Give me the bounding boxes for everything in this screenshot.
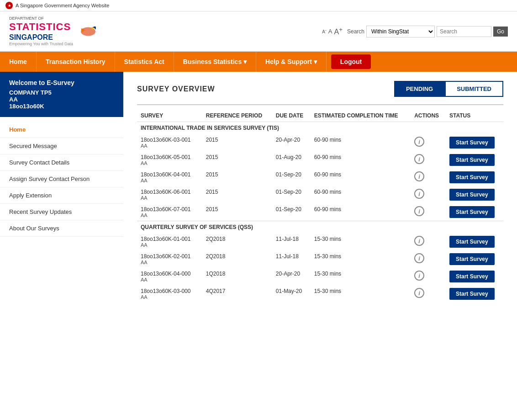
- main-content: SURVEY OVERVIEW PENDING SUBMITTED SURVEY…: [123, 72, 517, 420]
- ref-number: 18oo13o60K-03-000: [141, 288, 199, 294]
- info-icon[interactable]: i: [414, 189, 424, 199]
- logo-area: DEPARTMENT OF STATISTICS SINGAPORE Empow…: [9, 16, 100, 47]
- survey-ref-cell: 18oo13o60K-03-001 AA: [137, 134, 202, 151]
- lion-icon: ★: [5, 2, 13, 9]
- sidebar-item-apply-extension[interactable]: Apply Extension: [0, 187, 123, 204]
- status-cell: Start Survey: [446, 250, 503, 268]
- font-large-btn[interactable]: A+: [334, 26, 342, 36]
- table-row: 18oo13o60K-06-001 AA 2015 01-Sep-20 60-9…: [137, 186, 503, 203]
- survey-overview-title: SURVEY OVERVIEW: [137, 85, 215, 93]
- logo-statistics: STATISTICS: [9, 21, 73, 33]
- info-icon[interactable]: i: [414, 206, 424, 216]
- ref-number: 18oo13o60K-05-001: [141, 154, 199, 160]
- main-nav: Home Transaction History Statistics Act …: [0, 52, 517, 72]
- start-survey-button[interactable]: Start Survey: [449, 189, 495, 201]
- status-cell: Start Survey: [446, 134, 503, 151]
- due-date-cell: 01-Sep-20: [272, 169, 311, 186]
- nav-item-home[interactable]: Home: [0, 52, 37, 72]
- sidebar-link-home[interactable]: Home: [9, 126, 26, 133]
- actions-cell: i: [411, 134, 446, 151]
- font-mid-btn[interactable]: A: [328, 28, 332, 35]
- col-actions: ACTIONS: [411, 110, 446, 122]
- header: DEPARTMENT OF STATISTICS SINGAPORE Empow…: [0, 11, 517, 52]
- status-cell: Start Survey: [446, 151, 503, 169]
- tab-buttons: PENDING SUBMITTED: [394, 81, 503, 97]
- sidebar-item-survey-contact-details[interactable]: Survey Contact Details: [0, 154, 123, 171]
- sidebar-item-recent-survey-updates[interactable]: Recent Survey Updates: [0, 204, 123, 220]
- sidebar-item-about-surveys[interactable]: About Our Surveys: [0, 220, 123, 237]
- start-survey-button[interactable]: Start Survey: [449, 288, 495, 300]
- search-input[interactable]: [437, 26, 491, 37]
- period-cell: 4Q2017: [202, 285, 272, 303]
- due-date-cell: 01-Aug-20: [272, 151, 311, 169]
- info-icon[interactable]: i: [414, 253, 424, 263]
- start-survey-button[interactable]: Start Survey: [449, 154, 495, 166]
- completion-cell: 60-90 mins: [311, 151, 411, 169]
- due-date-cell: 20-Apr-20: [272, 134, 311, 151]
- sidebar-item-assign-survey-contact[interactable]: Assign Survey Contact Person: [0, 171, 123, 187]
- start-survey-button[interactable]: Start Survey: [449, 271, 495, 282]
- col-due-date: DUE DATE: [272, 110, 311, 122]
- start-survey-button[interactable]: Start Survey: [449, 137, 495, 149]
- header-right: A- A A+ Search Within SingStat All Go: [322, 26, 508, 37]
- due-date-cell: 11-Jul-18: [272, 250, 311, 268]
- logo-tagline: Empowering You with Trusted Data: [9, 42, 73, 47]
- info-icon[interactable]: i: [414, 288, 424, 298]
- info-icon[interactable]: i: [414, 154, 424, 164]
- ref-number: 18oo13o60K-04-000: [141, 271, 199, 277]
- status-cell: Start Survey: [446, 285, 503, 303]
- table-divider: [137, 104, 503, 105]
- table-row: 18oo13o60K-05-001 AA 2015 01-Aug-20 60-9…: [137, 151, 503, 169]
- completion-cell: 60-90 mins: [311, 203, 411, 221]
- search-area: Search Within SingStat All Go: [347, 26, 508, 37]
- sidebar-item-home[interactable]: Home: [0, 122, 123, 138]
- survey-ref-cell: 18oo13o60K-04-001 AA: [137, 169, 202, 186]
- actions-cell: i: [411, 268, 446, 285]
- font-size-controls: A- A A+: [322, 26, 343, 36]
- ref-sub: AA: [141, 260, 199, 265]
- logo-singapore: SINGAPORE: [9, 33, 73, 42]
- ref-sub: AA: [141, 242, 199, 248]
- search-label: Search: [347, 28, 364, 35]
- due-date-cell: 01-May-20: [272, 285, 311, 303]
- col-reference-period: REFERENCE PERIOD: [202, 110, 272, 122]
- start-survey-button[interactable]: Start Survey: [449, 236, 495, 248]
- survey-ref-cell: 18oo13o60K-06-001 AA: [137, 186, 202, 203]
- section-title-0: INTERNATIONAL TRADE IN SERVICES SURVEY (…: [137, 122, 503, 134]
- info-icon[interactable]: i: [414, 236, 424, 246]
- ref-sub: AA: [141, 160, 199, 166]
- table-row: 18oo13o60K-02-001 AA 2Q2018 11-Jul-18 15…: [137, 250, 503, 268]
- start-survey-button[interactable]: Start Survey: [449, 206, 495, 218]
- status-cell: Start Survey: [446, 169, 503, 186]
- survey-table: SURVEY REFERENCE PERIOD DUE DATE ESTIMAT…: [137, 110, 503, 303]
- col-status: STATUS: [446, 110, 503, 122]
- font-small-btn[interactable]: A-: [322, 28, 326, 34]
- search-scope-dropdown[interactable]: Within SingStat All: [366, 26, 435, 37]
- ref-number: 18oo13o60K-01-001: [141, 236, 199, 242]
- nav-item-business-statistics[interactable]: Business Statistics ▾: [174, 52, 256, 72]
- ref-number: 18oo13o60K-03-001: [141, 137, 199, 143]
- info-icon[interactable]: i: [414, 271, 424, 281]
- search-go-button[interactable]: Go: [493, 27, 508, 37]
- tab-submitted[interactable]: SUBMITTED: [445, 81, 503, 97]
- sidebar: Welcome to E-Survey COMPANY TP5 AA 18oo1…: [0, 72, 123, 420]
- survey-ref-cell: 18oo13o60K-02-001 AA: [137, 250, 202, 268]
- period-cell: 2015: [202, 203, 272, 221]
- info-icon[interactable]: i: [414, 137, 424, 147]
- nav-item-statistics-act[interactable]: Statistics Act: [115, 52, 174, 72]
- info-icon[interactable]: i: [414, 171, 424, 181]
- period-cell: 2015: [202, 134, 272, 151]
- start-survey-button[interactable]: Start Survey: [449, 171, 495, 183]
- ref-sub: AA: [141, 277, 199, 282]
- sidebar-welcome: Welcome to E-Survey COMPANY TP5 AA 18oo1…: [0, 72, 123, 117]
- logout-button[interactable]: Logout: [331, 54, 371, 69]
- tab-pending[interactable]: PENDING: [394, 81, 445, 97]
- actions-cell: i: [411, 203, 446, 221]
- start-survey-button[interactable]: Start Survey: [449, 253, 495, 265]
- nav-item-transaction-history[interactable]: Transaction History: [37, 52, 115, 72]
- sidebar-item-secured-message[interactable]: Secured Message: [0, 138, 123, 154]
- completion-cell: 15-30 mins: [311, 233, 411, 250]
- ref-sub: AA: [141, 195, 199, 201]
- nav-item-help-support[interactable]: Help & Support ▾: [256, 52, 327, 72]
- col-survey: SURVEY: [137, 110, 202, 122]
